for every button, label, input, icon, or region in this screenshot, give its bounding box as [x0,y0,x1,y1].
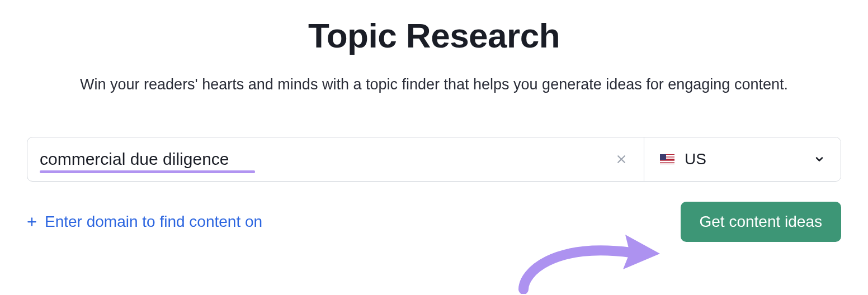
country-select[interactable]: US [644,137,841,181]
highlight-underline [40,170,255,173]
plus-icon [27,217,37,227]
enter-domain-link[interactable]: Enter domain to find content on [27,213,262,231]
topic-input-wrap [27,137,644,181]
page-title: Topic Research [308,16,560,55]
page-subtitle: Win your readers' hearts and minds with … [80,73,788,97]
get-content-ideas-button[interactable]: Get content ideas [681,202,841,242]
search-row: US [27,137,841,182]
clear-input-button[interactable] [611,149,631,169]
country-label: US [685,150,804,168]
close-icon [616,154,627,165]
chevron-down-icon [814,154,825,165]
bottom-row: Enter domain to find content on Get cont… [27,202,841,242]
topic-input[interactable] [40,150,611,169]
domain-link-label: Enter domain to find content on [45,213,262,231]
us-flag-icon [660,154,674,164]
